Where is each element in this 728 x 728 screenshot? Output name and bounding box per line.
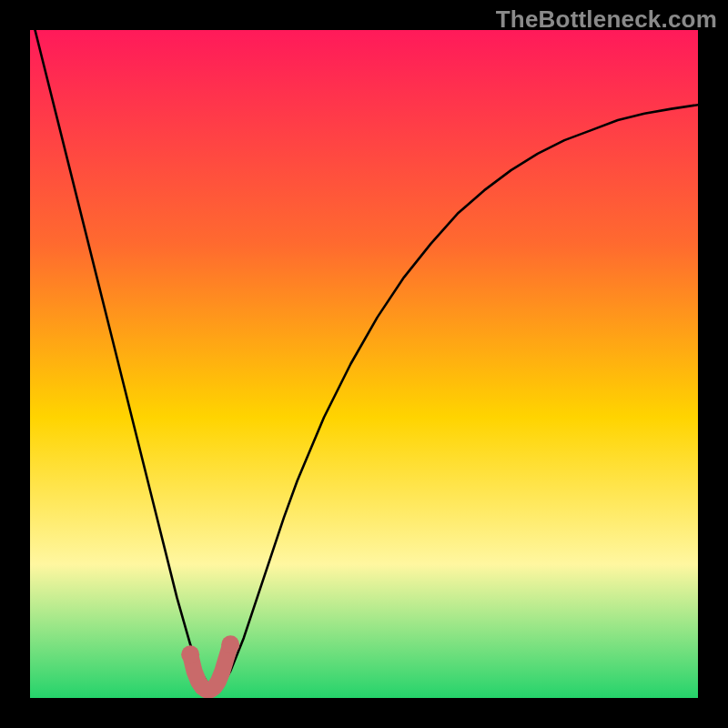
marker-endpoint xyxy=(221,635,239,653)
gradient-background xyxy=(30,30,698,698)
chart-frame: TheBottleneck.com xyxy=(0,0,728,728)
chart-canvas xyxy=(30,30,698,698)
watermark-text: TheBottleneck.com xyxy=(496,5,717,34)
marker-endpoint xyxy=(181,645,199,663)
